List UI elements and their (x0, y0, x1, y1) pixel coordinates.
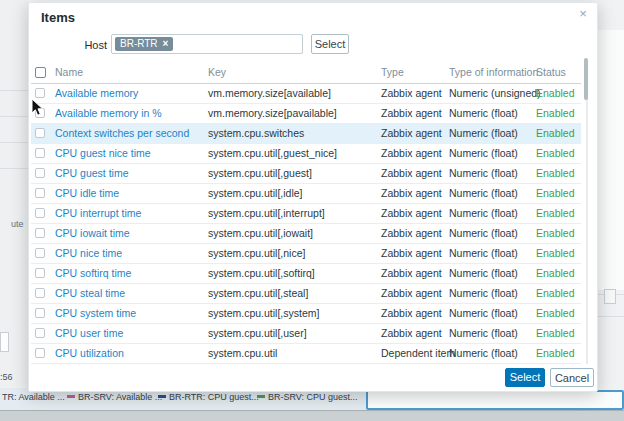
item-key: system.cpu.util (208, 344, 277, 363)
item-type: Zabbix agent (381, 124, 442, 143)
row-checkbox[interactable] (35, 328, 45, 338)
item-name-link[interactable]: CPU idle time (55, 184, 119, 203)
background-time-fragment: :56 (0, 372, 13, 382)
host-chip[interactable]: BR-RTR× (115, 37, 173, 51)
item-key: system.cpu.util[,guest] (208, 164, 312, 183)
column-header-key[interactable]: Key (208, 66, 226, 78)
row-checkbox[interactable] (35, 308, 45, 318)
zabbix-items-modal-screen: ute :56 TR: Available ... BR-SRV: Availa… (0, 0, 624, 421)
row-checkbox[interactable] (35, 268, 45, 278)
chip-remove-icon[interactable]: × (163, 38, 169, 49)
item-name-link[interactable]: Available memory (55, 84, 138, 103)
host-select-button[interactable]: Select (311, 34, 349, 54)
legend-color-dash (67, 395, 75, 398)
row-checkbox[interactable] (35, 228, 45, 238)
table-scrollbar-thumb[interactable] (584, 58, 588, 100)
item-type-of-information: Numeric (float) (449, 284, 518, 303)
item-type-of-information: Numeric (float) (449, 244, 518, 263)
row-checkbox[interactable] (35, 168, 45, 178)
table-row[interactable]: Available memory in %vm.memory.size[pava… (31, 104, 581, 124)
table-row[interactable]: CPU softirq timesystem.cpu.util[,softirq… (31, 264, 581, 284)
focused-field-outline[interactable] (366, 390, 624, 410)
item-status: Enabled (536, 244, 575, 263)
item-name-link[interactable]: CPU softirq time (55, 264, 131, 283)
item-key: system.cpu.util[,nice] (208, 244, 305, 263)
legend-label: BR-SRV: CPU guest... (268, 392, 358, 402)
row-checkbox[interactable] (35, 288, 45, 298)
item-key: system.cpu.switches (208, 124, 304, 143)
item-name-link[interactable]: CPU iowait time (55, 224, 130, 243)
item-key: system.cpu.util[,user] (208, 324, 307, 343)
item-name-link[interactable]: CPU interrupt time (55, 204, 141, 223)
table-row[interactable]: CPU nice timesystem.cpu.util[,nice]Zabbi… (31, 244, 581, 264)
item-type: Zabbix agent (381, 204, 442, 223)
legend-color-dash (158, 395, 166, 398)
background-row-divider (0, 116, 28, 117)
item-key: system.cpu.util[,softirq] (208, 264, 315, 283)
row-checkbox[interactable] (35, 348, 45, 358)
table-row[interactable]: CPU idle timesystem.cpu.util[,idle]Zabbi… (31, 184, 581, 204)
item-name-link[interactable]: CPU user time (55, 324, 123, 343)
item-type-of-information: Numeric (unsigned) (449, 84, 541, 103)
table-row[interactable]: CPU interrupt timesystem.cpu.util[,inter… (31, 204, 581, 224)
item-name-link[interactable]: CPU utilization (55, 344, 124, 363)
item-status: Enabled (536, 84, 575, 103)
table-row[interactable]: Context switches per secondsystem.cpu.sw… (31, 124, 581, 144)
table-row[interactable]: Available memoryvm.memory.size[available… (31, 84, 581, 104)
background-row-divider (0, 168, 28, 169)
row-checkbox[interactable] (35, 148, 45, 158)
item-name-link[interactable]: CPU steal time (55, 284, 125, 303)
item-type-of-information: Numeric (float) (449, 224, 518, 243)
column-header-type[interactable]: Type (381, 66, 404, 78)
item-key: vm.memory.size[available] (208, 84, 331, 103)
column-header-status[interactable]: Status (536, 66, 566, 78)
item-key: system.cpu.util[,idle] (208, 184, 303, 203)
table-row[interactable]: CPU iowait timesystem.cpu.util[,iowait]Z… (31, 224, 581, 244)
background-right-panel (598, 30, 624, 290)
item-key: system.cpu.util[,iowait] (208, 224, 313, 243)
row-checkbox[interactable] (35, 248, 45, 258)
item-type: Dependent item (381, 344, 455, 363)
item-type: Zabbix agent (381, 84, 442, 103)
column-header-name[interactable]: Name (55, 66, 83, 78)
item-name-link[interactable]: CPU system time (55, 304, 136, 323)
item-name-link[interactable]: Context switches per second (55, 124, 189, 143)
table-row[interactable]: CPU guest nice timesystem.cpu.util[,gues… (31, 144, 581, 164)
item-type: Zabbix agent (381, 184, 442, 203)
item-type: Zabbix agent (381, 144, 442, 163)
item-status: Enabled (536, 164, 575, 183)
items-table-header: Name Key Type Type of information Status (31, 63, 581, 84)
row-checkbox[interactable] (35, 188, 45, 198)
item-type: Zabbix agent (381, 284, 442, 303)
row-checkbox[interactable] (35, 208, 45, 218)
table-row[interactable]: CPU utilizationsystem.cpu.utilDependent … (31, 344, 581, 364)
item-key: system.cpu.util[,interrupt] (208, 204, 325, 223)
select-all-checkbox[interactable] (35, 67, 46, 78)
row-checkbox[interactable] (35, 128, 45, 138)
table-scrollbar-track[interactable] (586, 61, 588, 364)
table-row[interactable]: CPU steal timesystem.cpu.util[,steal]Zab… (31, 284, 581, 304)
item-status: Enabled (536, 144, 575, 163)
item-name-link[interactable]: CPU nice time (55, 244, 122, 263)
column-header-info[interactable]: Type of information (449, 66, 538, 78)
host-multiselect-input[interactable]: BR-RTR× (111, 34, 303, 54)
item-name-link[interactable]: Available memory in % (55, 104, 162, 123)
item-type: Zabbix agent (381, 264, 442, 283)
item-type-of-information: Numeric (float) (449, 124, 518, 143)
item-name-link[interactable]: CPU guest time (55, 164, 129, 183)
item-type: Zabbix agent (381, 164, 442, 183)
item-type: Zabbix agent (381, 304, 442, 323)
background-row-divider (0, 90, 28, 91)
item-name-link[interactable]: CPU guest nice time (55, 144, 151, 163)
dialog-select-button[interactable]: Select (505, 368, 545, 387)
item-status: Enabled (536, 104, 575, 123)
page-bottom-band (0, 410, 624, 421)
table-row[interactable]: CPU system timesystem.cpu.util[,system]Z… (31, 304, 581, 324)
dialog-cancel-button[interactable]: Cancel (550, 368, 594, 387)
item-status: Enabled (536, 304, 575, 323)
table-row[interactable]: CPU guest timesystem.cpu.util[,guest]Zab… (31, 164, 581, 184)
item-type: Zabbix agent (381, 324, 442, 343)
table-row[interactable]: CPU user timesystem.cpu.util[,user]Zabbi… (31, 324, 581, 344)
row-checkbox[interactable] (35, 88, 45, 98)
close-icon[interactable]: × (575, 6, 591, 22)
